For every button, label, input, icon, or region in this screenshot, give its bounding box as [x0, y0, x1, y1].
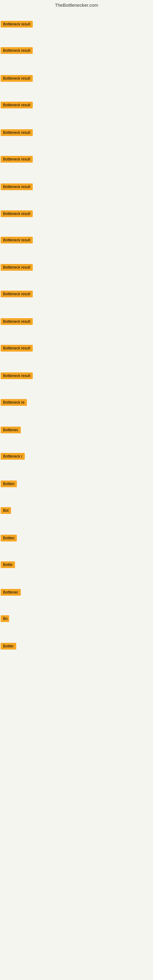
- bottleneck-badge[interactable]: Bottleneck result: [1, 102, 33, 108]
- bottleneck-item[interactable]: Bottleneck r: [1, 452, 25, 461]
- bottleneck-item[interactable]: Bottleneck result: [1, 290, 33, 299]
- bottleneck-badge[interactable]: Bottleneck result: [1, 372, 33, 379]
- bottleneck-item[interactable]: Bottlenec: [1, 588, 21, 598]
- bottleneck-badge[interactable]: Bottleneck result: [1, 129, 33, 136]
- bottleneck-item[interactable]: Bottleneck result: [1, 75, 33, 84]
- bottleneck-item[interactable]: Bottleneck result: [1, 183, 33, 192]
- bottleneck-badge[interactable]: Bottleneck result: [1, 291, 33, 298]
- bottleneck-badge[interactable]: Bottleneck result: [1, 318, 33, 325]
- bottleneck-badge[interactable]: Bottlen: [1, 535, 17, 541]
- bottleneck-badge[interactable]: Bo: [1, 615, 9, 622]
- bottleneck-item[interactable]: Bottleneck result: [1, 101, 33, 110]
- bottleneck-badge[interactable]: Bottleneck result: [1, 345, 33, 352]
- bottleneck-badge[interactable]: Bottleneck result: [1, 21, 33, 27]
- bottleneck-badge[interactable]: Bottlenec: [1, 426, 21, 433]
- bottleneck-badge[interactable]: Bottleneck result: [1, 264, 33, 271]
- bottleneck-badge[interactable]: Bottleneck result: [1, 237, 33, 243]
- bottleneck-badge[interactable]: Bottle: [1, 562, 15, 568]
- bottleneck-item[interactable]: Bottle: [1, 561, 15, 570]
- bottleneck-badge[interactable]: Bottlenec: [1, 589, 21, 596]
- site-header: TheBottlenecker.com: [0, 0, 153, 9]
- bottleneck-item[interactable]: Bottleneck result: [1, 263, 33, 272]
- bottleneck-badge[interactable]: Bottleneck result: [1, 183, 33, 190]
- bottleneck-badge[interactable]: Bottler: [1, 643, 16, 649]
- bottleneck-item[interactable]: Bottleneck re: [1, 398, 27, 407]
- bottleneck-item[interactable]: Bottlen: [1, 480, 17, 489]
- bottleneck-item[interactable]: Bottlenec: [1, 426, 21, 435]
- bottleneck-item[interactable]: Bottleneck result: [1, 318, 33, 327]
- bottleneck-item[interactable]: Bottleneck result: [1, 46, 33, 56]
- bottleneck-item[interactable]: Bottleneck result: [1, 155, 33, 164]
- bottleneck-item[interactable]: Bottleneck result: [1, 129, 33, 138]
- bottleneck-item[interactable]: Bottler: [1, 642, 16, 651]
- bottleneck-badge[interactable]: Bottleneck r: [1, 453, 25, 460]
- bottleneck-item[interactable]: Bottleneck result: [1, 372, 33, 381]
- bottleneck-item[interactable]: Bo: [1, 615, 9, 624]
- bottleneck-item[interactable]: Bottleneck result: [1, 236, 33, 245]
- bottleneck-badge[interactable]: Bot: [1, 507, 11, 514]
- bottleneck-badge[interactable]: Bottleneck result: [1, 210, 33, 217]
- bottleneck-badge[interactable]: Bottleneck result: [1, 75, 33, 82]
- bottleneck-item[interactable]: Bottleneck result: [1, 210, 33, 219]
- bottleneck-item[interactable]: Bottleneck result: [1, 20, 33, 29]
- bottleneck-badge[interactable]: Bottleneck result: [1, 47, 33, 54]
- bottleneck-badge[interactable]: Bottlen: [1, 480, 17, 487]
- bottleneck-badge[interactable]: Bottleneck re: [1, 399, 27, 406]
- bottleneck-item[interactable]: Bottlen: [1, 534, 17, 543]
- bottleneck-item[interactable]: Bot: [1, 506, 11, 516]
- bottleneck-badge[interactable]: Bottleneck result: [1, 156, 33, 162]
- items-container: Bottleneck resultBottleneck resultBottle…: [0, 9, 153, 980]
- bottleneck-item[interactable]: Bottleneck result: [1, 344, 33, 353]
